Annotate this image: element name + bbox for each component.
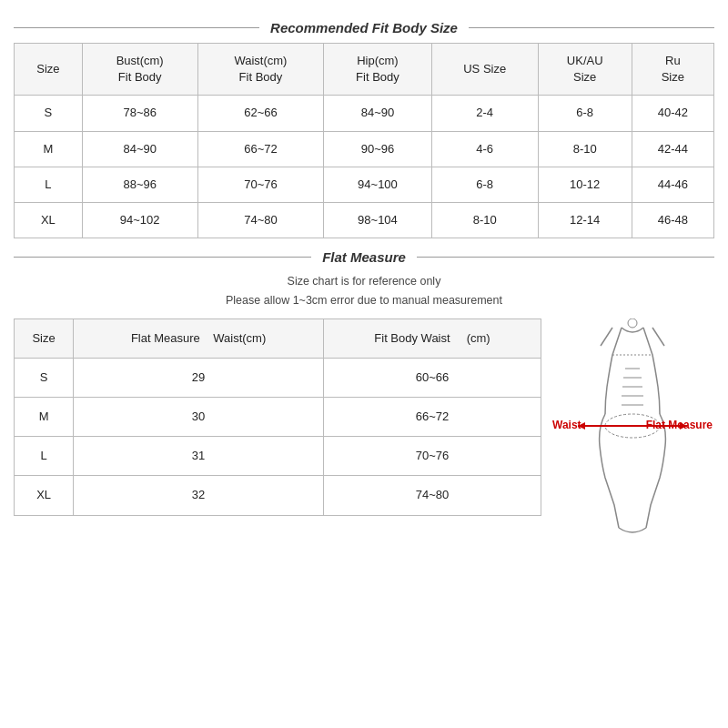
recommended-title-wrap: Recommended Fit Body Size (14, 20, 714, 35)
recommended-title: Recommended Fit Body Size (259, 20, 469, 35)
rec-cell-0-6: 40-42 (632, 96, 713, 131)
rec-cell-0-4: 2-4 (431, 96, 538, 131)
col-header-bust: Bust(cm)Fit Body (82, 44, 197, 96)
rec-cell-3-3: 98~104 (324, 202, 431, 238)
flat-row-1: M3066~72 (15, 398, 541, 437)
rec-cell-3-2: 74~80 (197, 202, 324, 238)
flat-cell-0-1: 29 (74, 358, 324, 397)
rec-cell-0-5: 6-8 (538, 96, 632, 131)
rec-cell-2-3: 94~100 (324, 167, 431, 202)
col-header-waist: Waist(cm)Fit Body (197, 44, 324, 96)
waist-label: Waist (552, 419, 581, 431)
title-line-left (14, 27, 259, 28)
rec-cell-2-0: L (15, 167, 83, 202)
flat-title-line-left (14, 257, 311, 258)
flat-title-wrap: Flat Measure (14, 249, 714, 265)
flat-col-flat: Flat Measure Waist(cm) (74, 318, 324, 358)
flat-cell-1-2: 66~72 (323, 398, 541, 437)
recommended-row-2: L88~9670~7694~1006-810-1244-46 (15, 167, 714, 202)
rec-cell-2-6: 44-46 (632, 167, 713, 202)
rec-cell-1-3: 90~96 (324, 131, 431, 167)
flat-cell-2-2: 70~76 (323, 437, 541, 476)
rec-cell-0-2: 62~66 (197, 96, 324, 131)
rec-cell-1-2: 66~72 (197, 131, 324, 167)
recommended-row-1: M84~9066~7290~964-68-1042-44 (15, 131, 714, 167)
flat-col-fitbody: Fit Body Waist (cm) (323, 318, 541, 358)
recommended-row-3: XL94~10274~8098~1048-1012-1446-48 (15, 202, 714, 238)
rec-cell-2-2: 70~76 (197, 167, 324, 202)
flat-table: Size Flat Measure Waist(cm) Fit Body Wai… (14, 318, 541, 516)
rec-cell-1-1: 84~90 (82, 131, 197, 167)
rec-cell-3-1: 94~102 (82, 202, 197, 238)
diagram-wrap: Waist (551, 318, 714, 537)
recommended-header-row: Size Bust(cm)Fit Body Waist(cm)Fit Body … (15, 44, 714, 96)
flat-cell-3-1: 32 (74, 476, 324, 515)
rec-cell-2-5: 10-12 (538, 167, 632, 202)
bottom-section: Size Flat Measure Waist(cm) Fit Body Wai… (14, 318, 714, 537)
rec-cell-1-0: M (15, 131, 83, 167)
flat-table-wrap: Size Flat Measure Waist(cm) Fit Body Wai… (14, 318, 541, 537)
flat-measure-label: Flat Measure (646, 419, 713, 431)
flat-cell-3-0: XL (15, 476, 74, 515)
col-header-us: US Size (431, 44, 538, 96)
rec-cell-3-4: 8-10 (431, 202, 538, 238)
col-header-hip: Hip(cm)Fit Body (324, 44, 431, 96)
title-line-right (469, 27, 714, 28)
rec-cell-1-4: 4-6 (431, 131, 538, 167)
svg-line-11 (652, 328, 664, 346)
svg-point-12 (628, 318, 637, 328)
svg-line-10 (601, 328, 612, 346)
col-header-ru: RuSize (632, 44, 713, 96)
rec-cell-3-5: 12-14 (538, 202, 632, 238)
flat-cell-1-0: M (15, 398, 74, 437)
recommended-table: Size Bust(cm)Fit Body Waist(cm)Fit Body … (14, 43, 714, 238)
flat-header-row: Size Flat Measure Waist(cm) Fit Body Wai… (15, 318, 541, 358)
flat-title: Flat Measure (311, 249, 417, 265)
flat-note-2: Please allow 1~3cm error due to manual m… (14, 291, 714, 310)
rec-cell-1-6: 42-44 (632, 131, 713, 167)
rec-cell-3-0: XL (15, 202, 83, 238)
rec-cell-0-1: 78~86 (82, 96, 197, 131)
flat-cell-2-0: L (15, 437, 74, 476)
flat-cell-1-1: 30 (74, 398, 324, 437)
flat-cell-3-2: 74~80 (323, 476, 541, 515)
rec-cell-3-6: 46-48 (632, 202, 713, 238)
flat-row-2: L3170~76 (15, 437, 541, 476)
rec-cell-2-1: 88~96 (82, 167, 197, 202)
flat-cell-0-0: S (15, 358, 74, 397)
rec-cell-1-5: 8-10 (538, 131, 632, 167)
flat-title-line-right (417, 257, 714, 258)
flat-note-1: Size chart is for reference only (14, 272, 714, 291)
recommended-row-0: S78~8662~6684~902-46-840-42 (15, 96, 714, 131)
col-header-size: Size (15, 44, 83, 96)
col-header-ukau: UK/AUSize (538, 44, 632, 96)
rec-cell-0-0: S (15, 96, 83, 131)
flat-cell-2-1: 31 (74, 437, 324, 476)
flat-notes: Size chart is for reference only Please … (14, 272, 714, 311)
rec-cell-2-4: 6-8 (431, 167, 538, 202)
rec-cell-0-3: 84~90 (324, 96, 431, 131)
page-wrapper: Recommended Fit Body Size Size Bust(cm)F… (0, 0, 728, 546)
flat-col-size: Size (15, 318, 74, 358)
flat-row-3: XL3274~80 (15, 476, 541, 515)
flat-row-0: S2960~66 (15, 358, 541, 397)
flat-cell-0-2: 60~66 (323, 358, 541, 397)
